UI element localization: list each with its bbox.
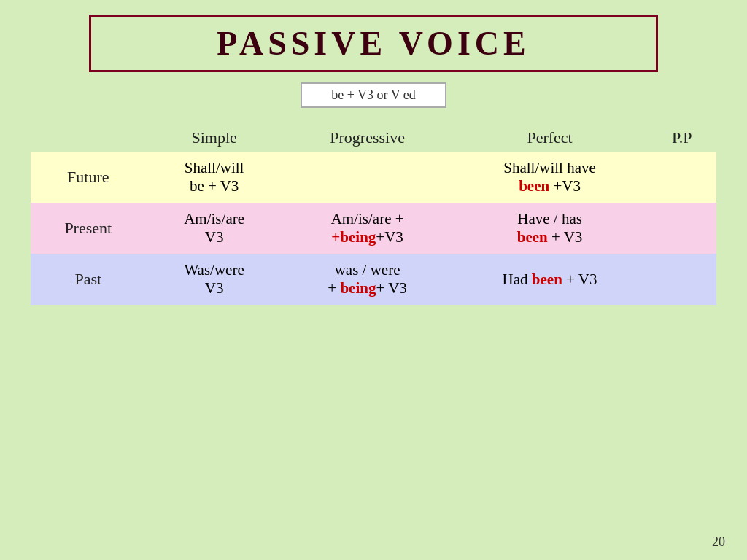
- past-progressive-being: being: [340, 279, 376, 297]
- page-number: 20: [712, 534, 725, 550]
- passive-voice-table: Simple Progressive Perfect P.P Future Sh…: [31, 121, 716, 305]
- future-perfect: Shall/will have been +V3: [452, 152, 648, 203]
- header-col3: Perfect: [452, 121, 648, 152]
- subtitle-box: be + V3 or V ed: [301, 82, 446, 108]
- past-simple: Was/wereV3: [146, 254, 283, 305]
- future-label: Future: [31, 152, 146, 203]
- table-row-present: Present Am/is/areV3 Am/is/are + +being+V…: [31, 203, 716, 254]
- present-pp: [648, 203, 716, 254]
- title-box: PASSIVE VOICE: [89, 15, 658, 72]
- page-title: PASSIVE VOICE: [217, 25, 530, 62]
- table-row-future: Future Shall/willbe + V3 Shall/will have…: [31, 152, 716, 203]
- present-perfect: Have / has been + V3: [452, 203, 648, 254]
- future-simple: Shall/willbe + V3: [146, 152, 283, 203]
- future-progressive: [283, 152, 452, 203]
- header-col4: P.P: [648, 121, 716, 152]
- header-col0: [31, 121, 146, 152]
- table-header-row: Simple Progressive Perfect P.P: [31, 121, 716, 152]
- subtitle-text: be + V3 or V ed: [331, 88, 416, 102]
- past-label: Past: [31, 254, 146, 305]
- present-progressive: Am/is/are + +being+V3: [283, 203, 452, 254]
- present-simple: Am/is/areV3: [146, 203, 283, 254]
- header-col1: Simple: [146, 121, 283, 152]
- future-perfect-been: been: [519, 177, 549, 195]
- present-perfect-been: been: [517, 228, 548, 246]
- past-perfect: Had been + V3: [452, 254, 648, 305]
- past-pp: [648, 254, 716, 305]
- future-pp: [648, 152, 716, 203]
- past-perfect-been: been: [532, 271, 562, 288]
- header-col2: Progressive: [283, 121, 452, 152]
- past-progressive: was / were + being+ V3: [283, 254, 452, 305]
- table-row-past: Past Was/wereV3 was / were + being+ V3 H…: [31, 254, 716, 305]
- present-progressive-being: +being: [331, 228, 376, 246]
- present-label: Present: [31, 203, 146, 254]
